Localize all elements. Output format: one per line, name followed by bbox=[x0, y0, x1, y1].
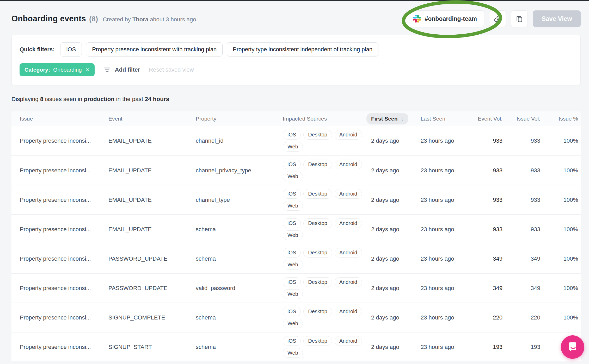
col-property-header[interactable]: Property bbox=[196, 116, 283, 122]
active-filters-row: Category: Onboarding ✕ Add filter Reset … bbox=[20, 63, 573, 76]
summary-mid2: in the past bbox=[116, 96, 143, 102]
chat-bubble-button[interactable] bbox=[561, 335, 584, 359]
quick-filter-ios[interactable]: iOS bbox=[60, 42, 82, 57]
duplicate-view-button[interactable] bbox=[511, 10, 528, 27]
property-cell: schema bbox=[196, 344, 283, 350]
source-pill: Desktop bbox=[303, 160, 332, 169]
col-issue-vol-header[interactable]: Issue Vol. bbox=[505, 116, 543, 122]
title-block: Onboarding events (8) Created by Thora a… bbox=[11, 14, 196, 23]
col-issue-pct-header[interactable]: Issue % bbox=[543, 116, 581, 122]
first-seen-cell: 2 days ago bbox=[366, 167, 421, 174]
source-pill: Web bbox=[283, 289, 303, 299]
sources-line-1: iOSDesktopAndroid bbox=[283, 248, 366, 258]
table-row[interactable]: Property presence inconsi... EMAIL_UPDAT… bbox=[11, 185, 581, 214]
source-pill: Desktop bbox=[303, 248, 332, 258]
quick-filter-property-type[interactable]: Property type inconsistent independent o… bbox=[227, 42, 378, 57]
col-event-header[interactable]: Event bbox=[108, 116, 196, 122]
source-pill: iOS bbox=[283, 160, 301, 169]
event-cell: SIGNUP_START bbox=[108, 344, 196, 350]
last-seen-cell: 23 hours ago bbox=[421, 137, 475, 144]
sources-line-1: iOSDesktopAndroid bbox=[283, 218, 366, 228]
source-pill: Android bbox=[335, 130, 362, 140]
issue-cell: Property presence inconsi... bbox=[20, 226, 108, 233]
add-filter-label: Add filter bbox=[115, 66, 140, 73]
issue-pct-cell: 100% bbox=[543, 255, 581, 262]
first-seen-cell: 2 days ago bbox=[366, 285, 421, 292]
page-title: Onboarding events bbox=[11, 14, 86, 23]
slack-channel-label: #onboarding-team bbox=[425, 15, 477, 22]
col-last-seen-header[interactable]: Last Seen bbox=[421, 116, 475, 122]
filter-icon bbox=[103, 66, 111, 73]
chip-key: Category: bbox=[24, 67, 50, 73]
issue-cell: Property presence inconsi... bbox=[20, 344, 108, 350]
source-pill: Desktop bbox=[303, 277, 332, 287]
summary-range: 24 hours bbox=[145, 96, 169, 102]
event-vol-cell: 933 bbox=[475, 137, 505, 144]
source-pill: Web bbox=[283, 201, 303, 211]
header-actions: #onboarding-team Save View bbox=[406, 10, 581, 27]
quick-filters-label: Quick filters: bbox=[20, 46, 54, 53]
source-pill: Android bbox=[335, 307, 362, 316]
issue-cell: Property presence inconsi... bbox=[20, 314, 108, 321]
event-vol-cell: 220 bbox=[475, 314, 505, 321]
sources-line-2: Web bbox=[283, 201, 366, 211]
save-view-button[interactable]: Save View bbox=[533, 10, 581, 27]
property-cell: valid_password bbox=[196, 285, 283, 292]
source-pill: iOS bbox=[283, 307, 301, 316]
issue-vol-cell: 193 bbox=[505, 344, 543, 350]
slack-channel-button[interactable]: #onboarding-team bbox=[406, 10, 484, 27]
event-vol-cell: 933 bbox=[475, 226, 505, 233]
sources-line-2: Web bbox=[283, 348, 366, 358]
chip-value: Onboarding bbox=[53, 67, 82, 73]
source-pill: Desktop bbox=[303, 130, 332, 140]
col-first-seen-header[interactable]: First Seen ↓ bbox=[366, 113, 421, 124]
event-cell: EMAIL_UPDATE bbox=[108, 226, 196, 233]
event-cell: PASSWORD_UPDATE bbox=[108, 255, 196, 262]
source-pill: Web bbox=[283, 142, 303, 152]
source-pill: Web bbox=[283, 319, 303, 328]
table-row[interactable]: Property presence inconsi... SIGNUP_STAR… bbox=[11, 332, 581, 361]
sources-line-2: Web bbox=[283, 142, 366, 152]
quick-filter-property-presence[interactable]: Property presence inconsistent with trac… bbox=[86, 42, 223, 57]
link-icon bbox=[494, 15, 501, 22]
created-by: Created by Thora about 3 hours ago bbox=[103, 16, 196, 23]
source-pill: iOS bbox=[283, 218, 301, 228]
last-seen-cell: 23 hours ago bbox=[421, 285, 475, 292]
page-header: Onboarding events (8) Created by Thora a… bbox=[0, 1, 589, 35]
col-sources-header[interactable]: Impacted Sources bbox=[283, 116, 366, 122]
sources-cell: iOSDesktopAndroid Web bbox=[283, 160, 366, 181]
reset-saved-view-button[interactable]: Reset saved view bbox=[149, 66, 194, 73]
results-summary: Displaying 8 issues seen in production i… bbox=[11, 96, 578, 103]
source-pill: iOS bbox=[283, 189, 301, 199]
source-pill: Web bbox=[283, 348, 303, 358]
chip-close-icon[interactable]: ✕ bbox=[85, 67, 90, 73]
issue-count: (8) bbox=[89, 15, 98, 23]
add-filter-button[interactable]: Add filter bbox=[103, 66, 140, 73]
event-cell: PASSWORD_UPDATE bbox=[108, 285, 196, 292]
sources-line-1: iOSDesktopAndroid bbox=[283, 189, 366, 199]
event-cell: EMAIL_UPDATE bbox=[108, 197, 196, 203]
table-row[interactable]: Property presence inconsi... PASSWORD_UP… bbox=[11, 273, 581, 303]
table-row[interactable]: Property presence inconsi... EMAIL_UPDAT… bbox=[11, 126, 581, 155]
event-cell: EMAIL_UPDATE bbox=[108, 137, 196, 144]
col-issue-header[interactable]: Issue bbox=[20, 116, 108, 122]
table-row[interactable]: Property presence inconsi... EMAIL_UPDAT… bbox=[11, 214, 581, 244]
copy-link-button[interactable] bbox=[489, 10, 506, 27]
created-prefix: Created by bbox=[103, 16, 131, 23]
col-event-vol-header[interactable]: Event Vol. bbox=[475, 116, 505, 122]
event-vol-cell: 349 bbox=[475, 285, 505, 292]
filter-card: Quick filters: iOS Property presence inc… bbox=[11, 35, 581, 85]
property-cell: channel_privacy_type bbox=[196, 167, 283, 174]
property-cell: schema bbox=[196, 226, 283, 233]
first-seen-sort-pill[interactable]: First Seen ↓ bbox=[366, 113, 408, 124]
sources-line-2: Web bbox=[283, 289, 366, 299]
source-pill: iOS bbox=[283, 336, 301, 346]
category-filter-chip[interactable]: Category: Onboarding ✕ bbox=[20, 63, 95, 76]
last-seen-cell: 23 hours ago bbox=[421, 167, 475, 174]
table-row[interactable]: Property presence inconsi... PASSWORD_UP… bbox=[11, 244, 581, 273]
table-row[interactable]: Property presence inconsi... EMAIL_UPDAT… bbox=[11, 155, 581, 185]
first-seen-cell: 2 days ago bbox=[366, 197, 421, 203]
source-pill: iOS bbox=[283, 277, 301, 287]
source-pill: Android bbox=[335, 277, 362, 287]
table-row[interactable]: Property presence inconsi... SIGNUP_COMP… bbox=[11, 303, 581, 332]
